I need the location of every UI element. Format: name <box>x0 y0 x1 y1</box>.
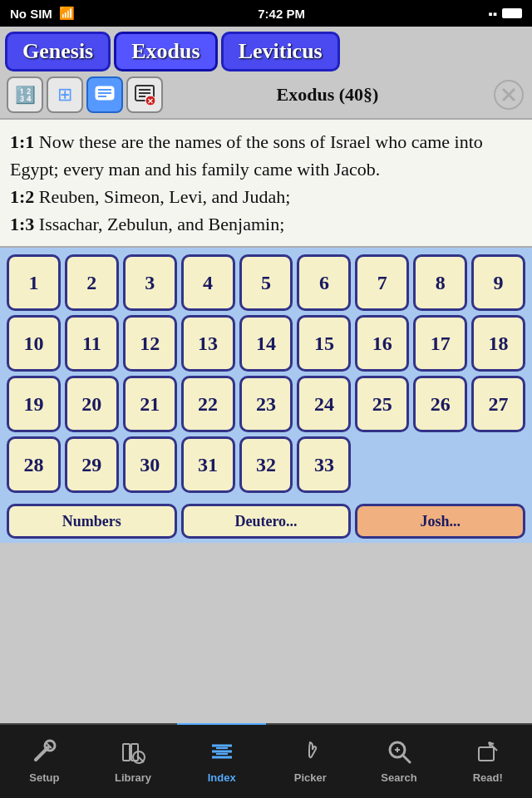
chapter-btn-21[interactable]: 21 <box>123 376 177 432</box>
chapter-btn-8[interactable]: 8 <box>413 254 467 311</box>
status-right: ▪▪ <box>488 7 522 21</box>
chapter-btn-3[interactable]: 3 <box>123 254 177 311</box>
nav-library[interactable]: Library <box>89 723 178 798</box>
nav-read-label: Read! <box>473 771 503 784</box>
svg-rect-29 <box>479 747 494 761</box>
chapter-btn-18[interactable]: 18 <box>471 315 525 372</box>
chapter-btn-17[interactable]: 17 <box>413 315 467 372</box>
magnifier-icon <box>387 739 411 764</box>
nav-library-label: Library <box>115 771 151 784</box>
bookmark-btn[interactable]: ✕ <box>126 76 163 113</box>
verse-ref-3: 1:3 <box>10 214 34 234</box>
chapter-btn-15[interactable]: 15 <box>297 315 351 372</box>
status-left: No SIM 📶 <box>10 6 75 21</box>
chapter-btn-5[interactable]: 5 <box>239 254 293 311</box>
bottom-nav: Setup Library Index <box>0 723 532 798</box>
comment-btn[interactable] <box>86 76 123 113</box>
close-btn[interactable] <box>492 78 525 111</box>
tab-genesis[interactable]: Genesis <box>5 32 111 71</box>
chapter-btn-27[interactable]: 27 <box>471 376 525 432</box>
chapter-btn-23[interactable]: 23 <box>239 376 293 432</box>
finger-icon <box>298 739 323 764</box>
sub-books-row: Numbers Deutero... Josh... <box>0 500 532 543</box>
chapter-btn-9[interactable]: 9 <box>471 254 525 311</box>
setup-icon <box>32 739 57 768</box>
svg-rect-16 <box>123 744 130 761</box>
chapter-btn-25[interactable]: 25 <box>355 376 409 432</box>
nav-picker-label: Picker <box>294 771 327 784</box>
wrench-icon <box>32 739 57 764</box>
nav-read[interactable]: Read! <box>443 723 532 798</box>
chapter-btn-32[interactable]: 32 <box>239 436 293 493</box>
sub-book-deuteronomy[interactable]: Deutero... <box>181 504 352 539</box>
chapter-btn-33[interactable]: 33 <box>297 436 351 493</box>
toolbar: 🔢 ⊞ ✕ Exodus (40§) <box>0 71 532 120</box>
verse-ref-2: 1:2 <box>10 186 34 207</box>
nav-setup-label: Setup <box>29 771 59 784</box>
sub-book-numbers[interactable]: Numbers <box>7 504 177 539</box>
nav-search-label: Search <box>381 771 416 784</box>
chapter-btn-28[interactable]: 28 <box>7 436 61 493</box>
verse-text-2: Reuben, Simeon, Levi, and Judah; <box>34 186 290 207</box>
library-icon <box>121 739 145 768</box>
share-icon <box>475 739 500 764</box>
chapter-btn-7[interactable]: 7 <box>355 254 409 311</box>
sub-book-joshua[interactable]: Josh... <box>355 504 525 539</box>
toolbar-title: Exodus (40§) <box>166 84 489 106</box>
verse-text-1: Now these are the names of the sons of I… <box>10 131 483 180</box>
chapter-btn-13[interactable]: 13 <box>181 315 235 372</box>
calculator-btn[interactable]: 🔢 <box>7 76 43 113</box>
verse-text-3: Issachar, Zebulun, and Benjamin; <box>34 214 284 234</box>
index-icon <box>209 739 234 768</box>
chapter-btn-29[interactable]: 29 <box>65 436 119 493</box>
nav-index[interactable]: Index <box>177 723 266 798</box>
wifi-icon: 📶 <box>59 6 75 21</box>
tab-leviticus[interactable]: Leviticus <box>221 32 340 71</box>
chapter-btn-12[interactable]: 12 <box>123 315 177 372</box>
chapter-btn-16[interactable]: 16 <box>355 315 409 372</box>
carrier-label: No SIM <box>10 7 52 21</box>
chapter-btn-22[interactable]: 22 <box>181 376 235 432</box>
svg-text:✕: ✕ <box>147 97 154 106</box>
bookmark-icon: ✕ <box>134 84 155 106</box>
books-icon <box>121 739 145 764</box>
comment-icon <box>95 86 115 104</box>
chapter-btn-1[interactable]: 1 <box>7 254 61 311</box>
chapter-btn-14[interactable]: 14 <box>239 315 293 372</box>
grid-btn[interactable]: ⊞ <box>47 76 83 113</box>
search-icon <box>387 739 411 768</box>
status-time: 7:42 PM <box>258 7 305 21</box>
nav-search[interactable]: Search <box>355 723 444 798</box>
chapter-btn-31[interactable]: 31 <box>181 436 235 493</box>
chapter-btn-19[interactable]: 19 <box>7 376 61 432</box>
nav-picker[interactable]: Picker <box>266 723 355 798</box>
chapter-btn-10[interactable]: 10 <box>7 315 61 372</box>
chapter-btn-24[interactable]: 24 <box>297 376 351 432</box>
picker-icon <box>298 739 323 768</box>
svg-line-26 <box>403 756 410 762</box>
nav-index-label: Index <box>208 771 236 784</box>
chapter-grid: 1234567891011121314151617181920212223242… <box>0 248 532 500</box>
chapter-btn-26[interactable]: 26 <box>413 376 467 432</box>
battery-icon: ▪▪ <box>488 7 497 21</box>
list-icon <box>209 739 234 764</box>
close-icon <box>494 80 524 110</box>
chapter-btn-4[interactable]: 4 <box>181 254 235 311</box>
verse-ref-1: 1:1 <box>10 131 34 152</box>
status-bar: No SIM 📶 7:42 PM ▪▪ <box>0 0 532 27</box>
chapter-btn-20[interactable]: 20 <box>65 376 119 432</box>
bible-text: 1:1 Now these are the names of the sons … <box>0 120 532 248</box>
chapter-btn-11[interactable]: 11 <box>65 315 119 372</box>
tab-exodus[interactable]: Exodus <box>114 32 217 71</box>
chapter-btn-6[interactable]: 6 <box>297 254 351 311</box>
nav-setup[interactable]: Setup <box>0 723 89 798</box>
chapter-btn-30[interactable]: 30 <box>123 436 177 493</box>
read-icon <box>475 739 500 768</box>
chapter-btn-2[interactable]: 2 <box>65 254 119 311</box>
battery-visual <box>502 8 522 18</box>
book-tabs: Genesis Exodus Leviticus <box>0 27 532 71</box>
